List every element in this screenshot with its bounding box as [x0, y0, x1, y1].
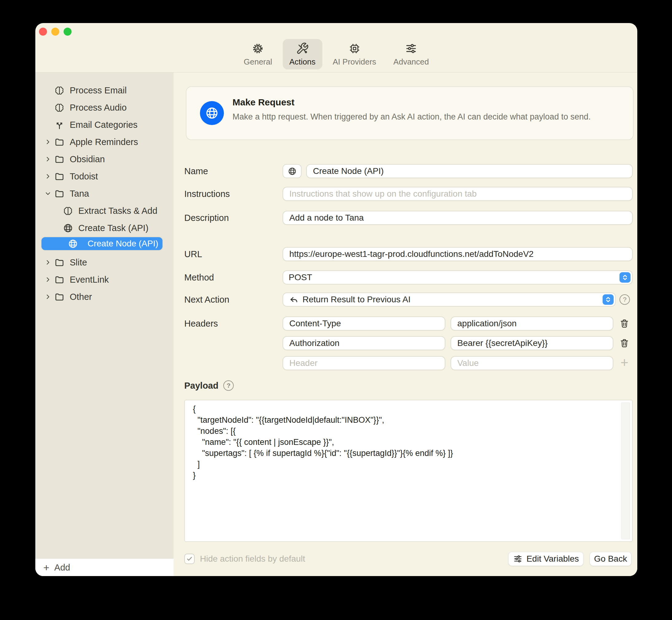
sidebar-item-eventlink[interactable]: EventLink: [41, 271, 169, 288]
name-input[interactable]: [306, 164, 633, 178]
sidebar-item-create-task-api[interactable]: Create Task (API): [41, 219, 169, 237]
sidebar-list: Process Email Process Audio Email Catego…: [35, 72, 173, 305]
next-action-select[interactable]: Return Result to Previous AI: [283, 293, 616, 307]
tab-label: General: [243, 57, 272, 67]
sidebar-item-label: Email Categories: [70, 120, 137, 130]
tab-general[interactable]: General: [237, 39, 279, 69]
sidebar-item-label: Other: [70, 292, 92, 302]
chevron-spacer: [43, 86, 53, 95]
folder-icon: [53, 170, 65, 183]
checkmark-icon: [186, 555, 193, 563]
folder-icon: [53, 153, 65, 165]
next-action-label: Next Action: [184, 293, 229, 307]
new-header-value-input[interactable]: [451, 356, 613, 370]
window-body: Process Email Process Audio Email Catego…: [35, 72, 637, 576]
chevron-right-icon[interactable]: [43, 155, 53, 164]
action-icon-button[interactable]: [283, 164, 301, 178]
sidebar-item-process-audio[interactable]: Process Audio: [41, 99, 169, 116]
chevron-right-icon[interactable]: [43, 172, 53, 181]
hide-fields-checkbox[interactable]: [184, 554, 195, 564]
sidebar-item-tana[interactable]: Tana: [41, 185, 169, 202]
zoom-window-button[interactable]: [64, 28, 71, 36]
payload-code[interactable]: { "targetNodeId": "{{targetNodeId|defaul…: [193, 403, 453, 481]
go-back-button[interactable]: Go Back: [590, 552, 631, 566]
sidebar-item-label: Tana: [70, 189, 89, 199]
payload-scrollbar-track[interactable]: [621, 403, 630, 539]
chevron-spacer: [43, 120, 53, 130]
plus-icon: +: [43, 562, 49, 573]
edit-variables-button[interactable]: Edit Variables: [508, 552, 583, 566]
hide-fields-checkbox-label: Hide action fields by default: [200, 552, 305, 566]
add-action-button[interactable]: + Add: [35, 558, 173, 576]
chevron-right-icon[interactable]: [43, 137, 53, 147]
tools-icon: [296, 42, 309, 55]
sidebar-item-extract-tasks-add[interactable]: Extract Tasks & Add: [41, 202, 169, 219]
chevron-down-icon[interactable]: [43, 189, 53, 198]
payload-label-row: Payload ?: [184, 378, 234, 393]
sidebar-item-label: Todoist: [70, 171, 98, 182]
folder-icon: [53, 256, 65, 268]
sidebar-item-process-email[interactable]: Process Email: [41, 82, 169, 99]
minimize-window-button[interactable]: [51, 28, 59, 36]
tab-actions[interactable]: Actions: [283, 39, 322, 69]
instructions-input[interactable]: [283, 187, 633, 201]
settings-window: General Actions AI Pro: [35, 23, 637, 576]
chevron-spacer: [53, 239, 62, 248]
action-type-subtitle: Make a http request. When triggered by a…: [232, 112, 591, 122]
chevron-spacer: [52, 206, 61, 215]
sidebar-item-other[interactable]: Other: [41, 288, 169, 305]
sliders-icon: [405, 42, 418, 55]
globe-icon: [62, 222, 74, 234]
add-header-button[interactable]: +: [618, 356, 630, 369]
screen: General Actions AI Pro: [0, 0, 672, 620]
tab-ai-providers[interactable]: AI Providers: [326, 39, 383, 69]
tab-advanced[interactable]: Advanced: [387, 39, 436, 69]
header-value-input[interactable]: [451, 336, 613, 350]
payload-help-button[interactable]: ?: [223, 380, 234, 391]
close-window-button[interactable]: [39, 28, 47, 36]
edit-variables-label: Edit Variables: [526, 554, 579, 564]
new-header-key-input[interactable]: [283, 356, 445, 370]
method-select[interactable]: POST: [283, 270, 633, 285]
sidebar-item-label: Create Task (API): [78, 223, 148, 233]
branch-icon: [53, 118, 65, 131]
sidebar-item-label: Apple Reminders: [70, 137, 138, 147]
sidebar-item-label: Obsidian: [70, 154, 105, 164]
sidebar-item-email-categories[interactable]: Email Categories: [41, 116, 169, 133]
sidebar-item-slite[interactable]: Slite: [41, 254, 169, 271]
sidebar-item-obsidian[interactable]: Obsidian: [41, 151, 169, 168]
trash-icon: [619, 318, 630, 329]
delete-header-button[interactable]: [618, 317, 630, 330]
sidebar-item-apple-reminders[interactable]: Apple Reminders: [41, 133, 169, 151]
add-action-label: Add: [54, 563, 70, 573]
brain-icon: [53, 101, 65, 114]
chevron-right-icon[interactable]: [43, 258, 53, 267]
folder-icon: [53, 291, 65, 303]
payload-label: Payload: [184, 381, 218, 391]
tab-label: Advanced: [393, 57, 429, 67]
header-value-input[interactable]: [451, 316, 613, 330]
next-action-help-button[interactable]: ?: [619, 294, 630, 305]
sidebar-item-create-node-api[interactable]: Create Node (API): [41, 237, 163, 251]
brain-icon: [53, 84, 65, 97]
chevron-right-icon[interactable]: [43, 275, 53, 284]
header-key-input[interactable]: [283, 316, 445, 330]
sidebar-item-todoist[interactable]: Todoist: [41, 168, 169, 185]
delete-header-button[interactable]: [618, 337, 630, 349]
gear-icon: [251, 42, 265, 55]
sidebar-item-label: Create Node (API): [88, 239, 158, 249]
chip-icon: [348, 42, 361, 55]
description-input[interactable]: [283, 211, 633, 225]
method-value: POST: [289, 272, 312, 282]
chevron-spacer: [52, 223, 61, 232]
make-request-icon-badge: [200, 101, 224, 125]
chevron-right-icon[interactable]: [43, 292, 53, 301]
globe-icon: [205, 106, 219, 120]
go-back-label: Go Back: [594, 554, 627, 564]
headers-label: Headers: [184, 316, 218, 330]
header-key-input[interactable]: [283, 336, 445, 350]
payload-editor[interactable]: { "targetNodeId": "{{targetNodeId|defaul…: [184, 400, 633, 542]
next-action-value: Return Result to Previous AI: [302, 295, 411, 305]
url-input[interactable]: [283, 247, 633, 261]
globe-icon: [67, 238, 79, 250]
